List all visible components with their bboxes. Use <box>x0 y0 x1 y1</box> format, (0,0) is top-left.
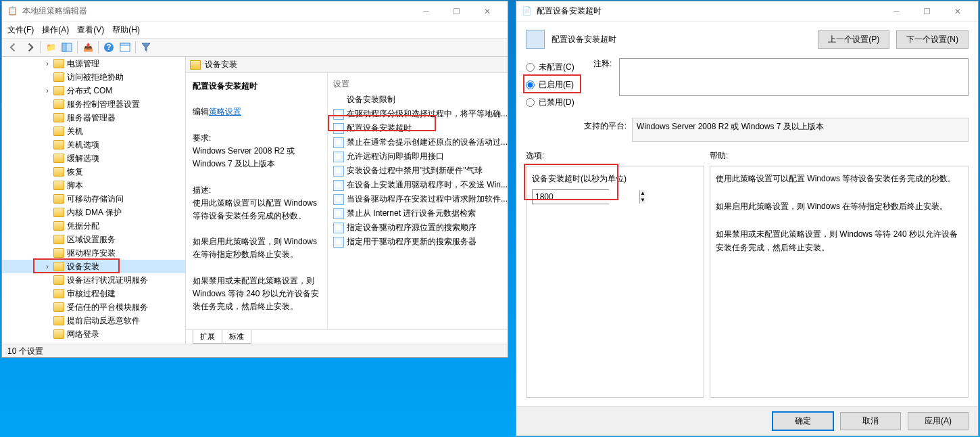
minimize-button[interactable]: ─ <box>411 2 441 21</box>
filter-button[interactable] <box>139 40 153 55</box>
export-button[interactable]: 📤 <box>80 40 95 55</box>
tree-item[interactable]: ›分布式 COM <box>2 84 185 97</box>
highlight-box <box>33 258 120 273</box>
tree-item[interactable]: 设备运行状况证明服务 <box>2 273 185 287</box>
help-button[interactable]: ? <box>101 40 116 55</box>
close-button[interactable]: ✕ <box>472 2 502 21</box>
radio-disabled[interactable]: 已禁用(D) <box>526 93 587 111</box>
policy-icon <box>333 166 344 177</box>
tree-item[interactable]: 关机选项 <box>2 138 185 152</box>
back-button[interactable] <box>6 40 21 55</box>
content-title: 设备安装 <box>205 59 237 70</box>
description-label: 描述: <box>193 185 211 195</box>
policy-icon <box>526 30 545 49</box>
setting-item[interactable]: 安装设备过程中禁用"找到新硬件"气球 <box>328 164 508 178</box>
policy-icon <box>333 180 344 191</box>
tree-pane[interactable]: ›电源管理访问被拒绝协助›分布式 COM服务控制管理器设置服务器管理器关机关机选… <box>2 57 186 344</box>
ok-button[interactable]: 确定 <box>773 412 833 430</box>
tree-item[interactable]: 关机 <box>2 124 185 138</box>
edit-policy-link[interactable]: 策略设置 <box>209 107 241 116</box>
tab-extended[interactable]: 扩展 <box>193 330 222 344</box>
tree-item-label: 脚本 <box>67 180 83 191</box>
minimize-button[interactable]: ─ <box>881 2 912 21</box>
tree-item[interactable]: 凭据分配 <box>2 219 185 233</box>
folder-icon <box>53 167 64 177</box>
menubar: 文件(F) 操作(A) 查看(V) 帮助(H) <box>2 22 508 38</box>
tree-item[interactable]: ›电源管理 <box>2 57 185 70</box>
tree-item[interactable]: 恢复 <box>2 165 185 179</box>
tree-item-label: 分布式 COM <box>67 85 112 97</box>
folder-icon <box>53 208 64 217</box>
column-header[interactable]: 设置 <box>328 76 508 93</box>
tab-standard[interactable]: 标准 <box>222 330 251 344</box>
setting-item[interactable]: 当设备驱动程序在安装过程中请求附加软件... <box>328 192 508 206</box>
tree-item[interactable]: 驱动程序安装 <box>2 246 185 260</box>
setting-item[interactable]: 禁止在通常会提示创建还原点的设备活动过... <box>328 135 508 150</box>
spin-down[interactable]: ▼ <box>640 197 645 204</box>
spin-up[interactable]: ▲ <box>640 190 645 197</box>
app-icon: 📄 <box>522 6 533 17</box>
tree-item[interactable]: 网络登录 <box>2 327 185 341</box>
show-hide-button[interactable] <box>59 40 74 55</box>
comment-textarea[interactable] <box>619 58 969 96</box>
platform-value: Windows Server 2008 R2 或 Windows 7 及以上版本 <box>632 118 969 142</box>
tree-item-label: 关机 <box>67 126 83 137</box>
tree-item[interactable]: 服务控制管理器设置 <box>2 97 185 111</box>
maximize-button[interactable]: ☐ <box>441 2 472 21</box>
tree-item[interactable]: 缓解选项 <box>2 152 185 165</box>
next-setting-button[interactable]: 下一个设置(N) <box>896 30 969 49</box>
setting-item[interactable]: 指定用于驱动程序更新的搜索服务器 <box>328 235 508 249</box>
titlebar[interactable]: 📄 配置设备安装超时 ─ ☐ ✕ <box>516 1 978 22</box>
tree-item[interactable]: 区域设置服务 <box>2 233 185 246</box>
tree-item-label: 区域设置服务 <box>67 234 116 246</box>
comment-label: 注释: <box>593 58 615 96</box>
close-button[interactable]: ✕ <box>942 2 973 21</box>
titlebar[interactable]: 📋 本地组策略编辑器 ─ ☐ ✕ <box>2 1 508 22</box>
tree-item[interactable]: 服务器管理器 <box>2 111 185 124</box>
setting-item[interactable]: 指定设备驱动程序源位置的搜索顺序 <box>328 221 508 235</box>
tree-item-label: 内核 DMA 保护 <box>67 207 122 218</box>
apply-button[interactable]: 应用(A) <box>908 412 969 430</box>
tree-item[interactable]: 可移动存储访问 <box>2 192 185 206</box>
highlight-box <box>328 115 436 131</box>
cancel-button[interactable]: 取消 <box>840 412 901 430</box>
tree-item[interactable]: 脚本 <box>2 179 185 192</box>
tree-item[interactable]: 提前启动反恶意软件 <box>2 314 185 327</box>
setting-label: 设备安装限制 <box>347 94 395 106</box>
prev-setting-button[interactable]: 上一个设置(P) <box>818 30 889 49</box>
properties-button[interactable] <box>118 40 132 55</box>
folder-icon <box>53 140 64 150</box>
menu-help[interactable]: 帮助(H) <box>112 24 140 36</box>
menu-file[interactable]: 文件(F) <box>7 24 34 36</box>
setting-item[interactable]: 设备安装限制 <box>328 93 508 107</box>
tree-item[interactable]: 审核过程创建 <box>2 287 185 300</box>
menu-view[interactable]: 查看(V) <box>77 24 104 36</box>
tree-item[interactable]: 访问被拒绝协助 <box>2 70 185 84</box>
setting-item[interactable]: 在设备上安装通用驱动程序时，不发送 Win... <box>328 178 508 192</box>
policy-title: 配置设备安装超时 <box>193 81 258 91</box>
window-title: 本地组策略编辑器 <box>22 5 411 17</box>
maximize-button[interactable]: ☐ <box>912 2 942 21</box>
setting-label: 安装设备过程中禁用"找到新硬件"气球 <box>347 165 483 177</box>
setting-item[interactable]: 允许远程访问即插即用接口 <box>328 150 508 164</box>
policy-dialog: 📄 配置设备安装超时 ─ ☐ ✕ 配置设备安装超时 上一个设置(P) 下一个设置… <box>516 1 979 436</box>
gpedit-window: 📋 本地组策略编辑器 ─ ☐ ✕ 文件(F) 操作(A) 查看(V) 帮助(H)… <box>1 1 508 358</box>
toolbar: 📁 📤 ? <box>2 38 508 57</box>
setting-item[interactable]: 禁止从 Internet 进行设备元数据检索 <box>328 206 508 221</box>
folder-icon <box>53 154 64 163</box>
menu-action[interactable]: 操作(A) <box>42 24 69 36</box>
tree-item[interactable]: 内核 DMA 保护 <box>2 206 185 219</box>
dialog-title: 配置设备安装超时 <box>537 5 881 17</box>
setting-label: 指定用于驱动程序更新的搜索服务器 <box>347 236 476 248</box>
description-text: 使用此策略设置可以配置 Windows 等待设备安装任务完成的秒数。 如果启用此… <box>193 198 319 312</box>
app-icon: 📋 <box>7 6 18 17</box>
up-button[interactable]: 📁 <box>43 40 58 55</box>
settings-list[interactable]: 设置 设备安装限制在驱动程序分级和选择过程中，将平等地确...配置设备安装超时禁… <box>328 73 508 329</box>
policy-icon <box>333 223 344 233</box>
radio-not-configured[interactable]: 未配置(C) <box>526 58 587 76</box>
forward-button[interactable] <box>22 40 37 55</box>
tree-item[interactable]: 受信任的平台模块服务 <box>2 300 185 314</box>
folder-icon <box>53 316 64 325</box>
tree-item-label: 电源管理 <box>67 58 99 70</box>
options-box: 设备安装超时(以秒为单位) ▲▼ <box>526 166 704 398</box>
